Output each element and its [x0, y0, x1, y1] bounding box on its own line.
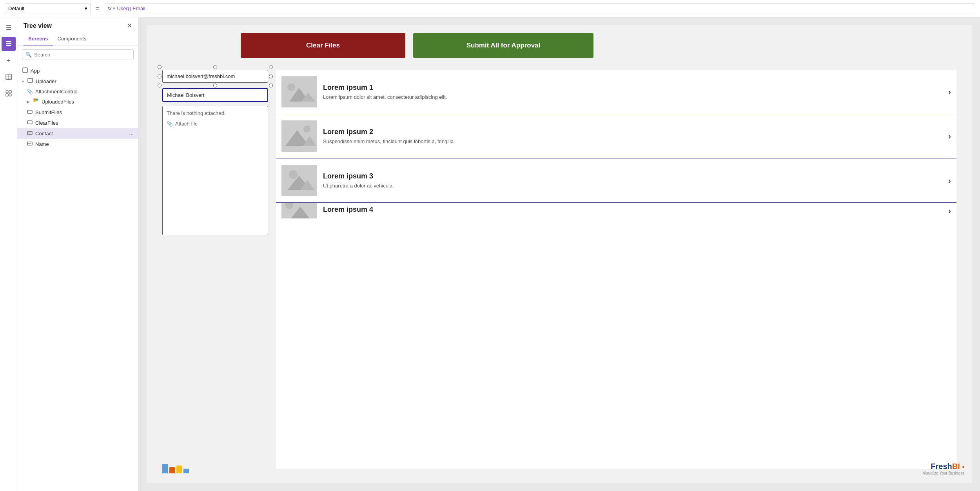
tree-panel: Tree view ✕ Screens Components 🔍 App ▾	[17, 17, 139, 491]
chevron-right-icon: ›	[948, 206, 951, 215]
tree-item-uploadedfiles[interactable]: ▶ UploadedFiles	[17, 96, 138, 107]
content-row: michael.boisvert@freshbi.com	[162, 70, 956, 469]
clear-files-button[interactable]: Clear Files	[241, 33, 405, 58]
list-item-desc: Lorem ipsum dolor sit amet, consectetur …	[323, 94, 942, 100]
freshbi-tagline: Visualize Your Business	[923, 471, 964, 475]
svg-rect-17	[27, 110, 32, 113]
svg-point-34	[289, 170, 298, 179]
tree-item-uploader[interactable]: ▾ Uploader	[17, 76, 138, 87]
list-item-title: Lorem ipsum 1	[323, 84, 942, 92]
svg-rect-12	[28, 78, 33, 82]
email-field[interactable]: michael.boisvert@freshbi.com	[162, 70, 268, 83]
list-item-desc: Ut pharetra a dolor ac vehicula.	[323, 183, 942, 189]
canvas-inner: Clear Files Submit All for Approval mich…	[147, 25, 972, 483]
list-item-text: Lorem ipsum 4	[323, 205, 942, 216]
canvas-content: Clear Files Submit All for Approval mich…	[147, 25, 972, 483]
attachment-box[interactable]: There is nothing attached. 📎 Attach file	[162, 106, 268, 235]
tree-item-label: Contact	[35, 131, 53, 136]
svg-point-30	[303, 125, 310, 133]
bar-4	[183, 469, 189, 473]
tree-title: Tree view	[24, 22, 52, 29]
more-options-icon[interactable]: ···	[129, 131, 134, 137]
list-item[interactable]: Lorem ipsum 2 Suspendisse enim metus, ti…	[276, 114, 956, 158]
freshbi-logo: FreshBI ▪	[923, 462, 964, 471]
tree-item-name[interactable]: Name	[17, 139, 138, 149]
tree-item-submitfiles[interactable]: SubmitFiles	[17, 107, 138, 118]
tree-close-icon[interactable]: ✕	[127, 22, 132, 29]
tree-tabs: Screens Components	[17, 33, 138, 45]
label-icon	[27, 130, 33, 137]
search-icon: 🔍	[25, 52, 32, 58]
list-item-text: Lorem ipsum 2 Suspendisse enim metus, ti…	[323, 128, 942, 144]
tab-screens[interactable]: Screens	[24, 33, 53, 45]
add-icon[interactable]: ＋	[2, 53, 16, 67]
tree-item-clearfiles[interactable]: ClearFiles	[17, 118, 138, 128]
tab-components[interactable]: Components	[53, 33, 91, 45]
list-item-image	[281, 76, 317, 107]
chevron-down-icon: ▾	[85, 5, 87, 11]
tree-item-app[interactable]: App	[17, 65, 138, 76]
footer-bar: FreshBI ▪ Visualize Your Business	[162, 462, 964, 475]
formula-bar[interactable]: fx ▾ User().Email	[104, 4, 975, 13]
list-item-title: Lorem ipsum 4	[323, 205, 942, 214]
list-item-image	[281, 165, 317, 196]
list-item[interactable]: Lorem ipsum 3 Ut pharetra a dolor ac veh…	[276, 158, 956, 203]
app-icon	[22, 67, 28, 74]
submit-approval-button[interactable]: Submit All for Approval	[413, 33, 593, 58]
svg-rect-0	[6, 41, 11, 42]
tree-item-label: AttachmentControl	[35, 89, 78, 95]
tree-search-box: 🔍	[22, 49, 134, 60]
handle-ml	[158, 75, 162, 78]
equals-sign: =	[94, 5, 101, 12]
fx-icon: fx	[107, 5, 111, 11]
gallery-icon	[33, 98, 39, 105]
list-item-title: Lorem ipsum 2	[323, 128, 942, 136]
menu-icon[interactable]: ☰	[2, 20, 16, 35]
list-item-text: Lorem ipsum 1 Lorem ipsum dolor sit amet…	[323, 84, 942, 100]
svg-rect-1	[6, 43, 11, 44]
svg-point-7	[6, 91, 8, 93]
dropdown-value: Default	[8, 5, 24, 11]
button-icon	[27, 109, 33, 116]
icon-bar: ☰ ＋	[0, 17, 17, 491]
list-panel: Lorem ipsum 1 Lorem ipsum dolor sit amet…	[276, 70, 956, 469]
name-value: Michael Boisvert	[167, 92, 204, 98]
screen-icon	[27, 78, 33, 85]
attach-file-label: Attach file	[175, 121, 198, 127]
tree-item-label: App	[31, 68, 40, 74]
tree-item-label: UploadedFiles	[42, 99, 74, 105]
label-icon	[27, 141, 33, 147]
bar-1	[162, 464, 168, 473]
list-item[interactable]: Lorem ipsum 1 Lorem ipsum dolor sit amet…	[276, 70, 956, 114]
button-icon	[27, 120, 33, 126]
email-value: michael.boisvert@freshbi.com	[167, 73, 235, 79]
dropdown-default[interactable]: Default ▾	[5, 4, 91, 13]
main-layout: ☰ ＋ Tree view ✕ Screens Components 🔍	[0, 17, 980, 491]
logo-icon: ▪	[962, 464, 964, 470]
chevron-right-icon: ›	[948, 176, 951, 185]
paperclip-icon: 📎	[167, 121, 173, 127]
name-field[interactable]: Michael Boisvert	[162, 88, 268, 102]
attach-file-button[interactable]: 📎 Attach file	[167, 121, 264, 127]
attach-nothing-text: There is nothing attached.	[167, 110, 264, 116]
list-item-title: Lorem ipsum 3	[323, 172, 942, 180]
table-icon[interactable]	[2, 70, 16, 84]
layers-icon[interactable]	[2, 37, 16, 51]
canvas-area: Clear Files Submit All for Approval mich…	[139, 17, 980, 491]
bar-3	[176, 466, 182, 473]
tree-item-contact[interactable]: Contact ···	[17, 128, 138, 139]
chevron-right-icon: ›	[948, 87, 951, 96]
handle-mr	[269, 75, 273, 78]
list-item[interactable]: Lorem ipsum 4 ›	[276, 203, 956, 218]
components-icon[interactable]	[2, 86, 16, 100]
search-input[interactable]	[34, 52, 130, 58]
svg-rect-18	[27, 121, 32, 124]
footer-chart-bars	[162, 464, 189, 473]
formula-value: User().Email	[117, 5, 145, 11]
svg-rect-15	[36, 99, 38, 101]
tree-item-attachment[interactable]: 📎 AttachmentControl	[17, 87, 138, 96]
handle-tr	[269, 65, 273, 69]
svg-rect-3	[6, 74, 11, 80]
list-item-text: Lorem ipsum 3 Ut pharetra a dolor ac veh…	[323, 172, 942, 189]
chevron-down-icon: ▾	[22, 79, 24, 84]
